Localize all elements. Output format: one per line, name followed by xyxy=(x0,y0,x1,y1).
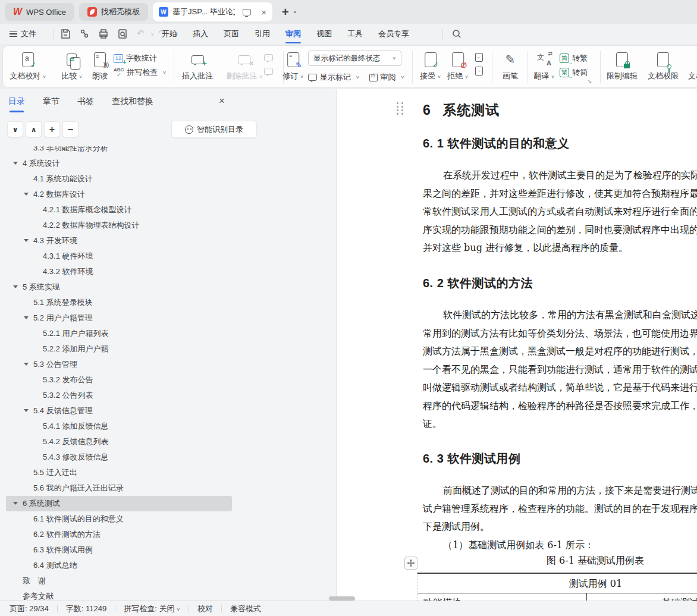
toc-item[interactable]: 5.2.2 添加用户户籍 xyxy=(6,341,232,357)
undo-button[interactable]: ↶ xyxy=(137,28,149,40)
toc-item[interactable]: 5.6 我的户籍迁入迁出记录 xyxy=(6,480,232,496)
toc-item[interactable]: 5.5 迁入迁出 xyxy=(6,465,232,480)
toc-item[interactable]: 4.3.1 硬件环境 xyxy=(6,249,232,264)
toc-item[interactable]: 5.1 系统登录模块 xyxy=(6,295,232,310)
insert-comment-button[interactable]: + 插入批注 xyxy=(182,51,213,81)
toc-item[interactable]: 3.3 非功能性需求分析 xyxy=(6,146,232,156)
toc-item[interactable]: 4.2.2 数据库物理表结构设计 xyxy=(6,218,232,233)
tab-toc[interactable]: 目录 xyxy=(8,96,25,112)
tab-find-replace[interactable]: 查找和替换 xyxy=(112,96,153,112)
pen-button[interactable]: ✎ 画笔 xyxy=(503,51,518,81)
horizontal-scrollbar-thumb[interactable] xyxy=(329,596,355,601)
search-icon[interactable] xyxy=(451,28,463,40)
collapse-all-button[interactable]: ∧ xyxy=(26,121,42,137)
restrict-edit-button[interactable]: 限制编辑 xyxy=(607,51,638,81)
toc-item[interactable]: 5.4 反馈信息管理 xyxy=(6,403,232,419)
toc-expand-arrow-icon[interactable] xyxy=(24,316,29,322)
previous-comment-button[interactable]: ← xyxy=(263,52,274,62)
monitor-icon[interactable] xyxy=(243,9,251,15)
simplified-to-traditional-button[interactable]: 简 转繁 xyxy=(560,53,588,64)
menu-item-6[interactable]: 视图 xyxy=(309,24,340,44)
toc-item[interactable]: 致 谢 xyxy=(6,573,232,589)
toc-item[interactable]: 4.2 数据库设计 xyxy=(6,187,232,202)
toc-expand-arrow-icon[interactable] xyxy=(24,193,29,198)
test-case-table[interactable]: 测试用例 01 功能模块 基础测试 xyxy=(417,573,697,601)
next-comment-button[interactable]: → xyxy=(263,66,274,76)
traditional-to-simplified-button[interactable]: 繁 转简 xyxy=(560,67,588,78)
toc-item[interactable]: 6.2 软件测试的方法 xyxy=(6,527,232,542)
menu-item-8[interactable]: 会员专享 xyxy=(371,24,417,44)
toc-item[interactable]: 4.3 开发环境 xyxy=(6,233,232,249)
table-move-handle[interactable] xyxy=(404,557,417,570)
tab-document[interactable]: W 基于JSP... 毕业论文 × xyxy=(153,2,272,21)
expand-all-button[interactable]: ∨ xyxy=(7,121,23,137)
tab-bookmarks[interactable]: 书签 xyxy=(77,96,94,112)
toc-expand-arrow-icon[interactable] xyxy=(13,502,18,507)
zoom-in-outline-button[interactable]: + xyxy=(44,121,60,137)
doc-permission-button[interactable]: 文档权限 xyxy=(648,51,679,81)
toc-item[interactable]: 5.2.1 用户户籍列表 xyxy=(6,326,232,341)
toc-expand-arrow-icon[interactable] xyxy=(13,162,18,167)
toc-item[interactable]: 4.2.1 数据库概念模型设计 xyxy=(6,202,232,218)
reject-button[interactable]: ∅ 拒绝∨ xyxy=(447,51,469,81)
toc-item[interactable]: 6.4 测试总结 xyxy=(6,558,232,573)
tab-wps-office[interactable]: W WPS Office xyxy=(5,3,74,21)
read-aloud-button[interactable]: ≡))) 朗读 xyxy=(92,51,108,81)
new-tab-button[interactable]: + xyxy=(282,5,289,19)
toc-expand-arrow-icon[interactable] xyxy=(24,409,29,414)
word-count-indicator[interactable]: 字数: 11249 xyxy=(66,604,106,614)
page-indicator[interactable]: 页面: 29/34 xyxy=(10,604,49,614)
toc-expand-arrow-icon[interactable] xyxy=(24,363,29,368)
menu-item-5[interactable]: 审阅 xyxy=(278,24,309,44)
toc-item[interactable]: 6.3 软件测试用例 xyxy=(6,542,232,558)
accept-button[interactable]: ✓ 接受∨ xyxy=(420,51,441,81)
toc-item[interactable]: 6 系统测试 xyxy=(6,496,232,511)
smart-toc-button[interactable]: 智能识别目录 xyxy=(171,121,257,138)
toc-item[interactable]: 5.2 用户户籍管理 xyxy=(6,310,232,326)
toc-item[interactable]: 5.4.3 修改反馈信息 xyxy=(6,450,232,465)
menu-item-4[interactable]: 引用 xyxy=(247,24,278,44)
delete-comment-button[interactable]: × 删除批注∨ xyxy=(226,51,263,81)
review-button[interactable]: ⊡ 审阅∨ xyxy=(369,72,405,83)
tab-close-icon[interactable]: × xyxy=(261,8,266,17)
compare-button[interactable]: ⇄ 比较∨ xyxy=(61,51,83,81)
menu-item-2[interactable]: 插入 xyxy=(185,24,216,44)
track-changes-button[interactable]: ≡✎ 修订∨ xyxy=(282,51,304,81)
previous-change-button[interactable]: ← xyxy=(474,52,484,62)
toc-item[interactable]: 5.4.1 添加反馈信息 xyxy=(6,419,232,434)
next-change-button[interactable]: → xyxy=(474,66,484,76)
show-markup-button[interactable]: 显示标记∨ xyxy=(308,72,360,83)
spell-check-button[interactable]: ABC✓ 拼写检查∨ xyxy=(114,67,167,78)
toc-item[interactable]: 5.3.2 公告列表 xyxy=(6,388,232,403)
tab-docer-templates[interactable]: 找稻壳模板 xyxy=(79,3,148,21)
toc-item[interactable]: 5 系统实现 xyxy=(6,279,232,295)
menu-item-3[interactable]: 页面 xyxy=(216,24,247,44)
toc-item[interactable]: 4 系统设计 xyxy=(6,156,232,171)
toc-item[interactable]: 4.3.2 软件环境 xyxy=(6,264,232,279)
toc-item[interactable]: 4.1 系统功能设计 xyxy=(6,171,232,187)
file-menu[interactable]: 文件 xyxy=(10,24,36,44)
menu-item-7[interactable]: 工具 xyxy=(340,24,371,44)
print-button[interactable] xyxy=(98,28,109,40)
markup-state-dropdown[interactable]: 显示标记的最终状态 ∨ xyxy=(308,51,401,66)
document-page[interactable]: 6 系统测试 图 6-1 基础测试用例表 测试用例 01 功能模块 基础测试 6… xyxy=(336,89,697,601)
proofread-button[interactable]: 校对 xyxy=(197,604,213,614)
panel-close-icon[interactable]: × xyxy=(219,95,225,107)
word-count-button[interactable]: 12 字数统计 xyxy=(114,53,167,64)
table-header-cell[interactable]: 测试用例 01 xyxy=(417,574,697,593)
zoom-out-outline-button[interactable]: − xyxy=(62,121,79,137)
save-button[interactable] xyxy=(59,28,71,40)
table-cell[interactable]: 功能模块 xyxy=(417,593,587,601)
toc-item[interactable]: 5.3 公告管理 xyxy=(6,357,232,372)
doc-final-button[interactable]: ✓ 文档定稿 xyxy=(688,51,697,81)
toc-expand-arrow-icon[interactable] xyxy=(24,239,29,244)
toc-item[interactable]: 5.3.2 发布公告 xyxy=(6,372,232,388)
export-button[interactable] xyxy=(79,28,90,40)
paragraph-drag-handle-icon[interactable] xyxy=(397,102,405,118)
print-preview-button[interactable] xyxy=(117,28,128,40)
group-expand-icon[interactable]: ↘ xyxy=(587,78,592,84)
tab-chapters[interactable]: 章节 xyxy=(43,96,59,112)
menu-item-1[interactable]: 开始 xyxy=(154,24,185,44)
doc-proof-button[interactable]: a✓ 文档校对∨ xyxy=(10,51,46,81)
toc-item[interactable]: 5.4.2 反馈信息列表 xyxy=(6,434,232,450)
